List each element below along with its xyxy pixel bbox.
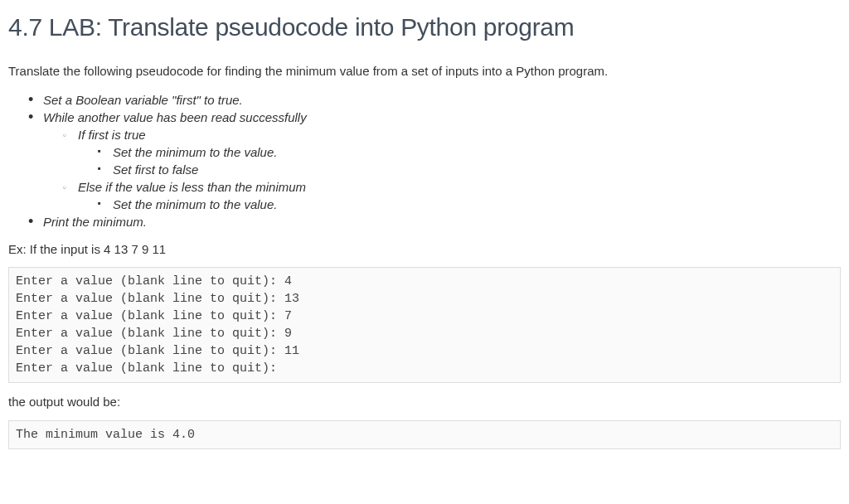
- pseudocode-item: While another value has been read succes…: [43, 109, 841, 213]
- input-code-block: Enter a value (blank line to quit): 4 En…: [8, 267, 841, 383]
- output-code-block: The minimum value is 4.0: [8, 420, 841, 449]
- intro-paragraph: Translate the following pseudocode for f…: [8, 62, 841, 81]
- pseudocode-item: Else if the value is less than the minim…: [78, 178, 841, 213]
- pseudocode-text: While another value has been read succes…: [43, 110, 307, 124]
- pseudocode-item: Set the minimum to the value.: [113, 196, 841, 213]
- pseudocode-sublist: If first is true Set the minimum to the …: [43, 126, 841, 213]
- output-label: the output would be:: [8, 393, 841, 412]
- page-title: 4.7 LAB: Translate pseudocode into Pytho…: [8, 8, 841, 46]
- pseudocode-item: Set first to false: [113, 161, 841, 178]
- pseudocode-item: If first is true Set the minimum to the …: [78, 126, 841, 178]
- pseudocode-sublist: Set the minimum to the value.: [78, 196, 841, 213]
- pseudocode-list: Set a Boolean variable "first" to true. …: [8, 91, 841, 230]
- pseudocode-item: Set a Boolean variable "first" to true.: [43, 91, 841, 109]
- pseudocode-item: Set the minimum to the value.: [113, 143, 841, 161]
- pseudocode-text: Else if the value is less than the minim…: [78, 180, 306, 194]
- example-label: Ex: If the input is 4 13 7 9 11: [8, 240, 841, 259]
- pseudocode-item: Print the minimum.: [43, 213, 841, 230]
- pseudocode-sublist: Set the minimum to the value. Set first …: [78, 143, 841, 178]
- pseudocode-text: If first is true: [78, 128, 146, 142]
